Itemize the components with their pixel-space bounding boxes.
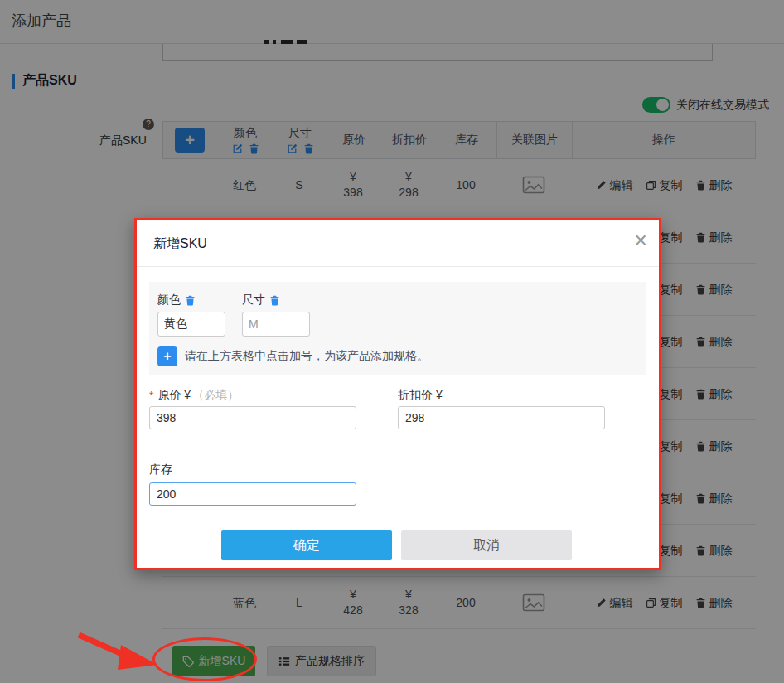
- required-mark: *: [149, 389, 153, 402]
- original-price-label: 原价 ¥: [157, 388, 191, 403]
- add-sku-modal: 新增SKU × 颜色 尺寸 + 请在上方表格中点击加号，为该产品添加规格: [134, 218, 661, 570]
- trash-icon[interactable]: [185, 295, 196, 306]
- trash-icon[interactable]: [269, 295, 280, 306]
- discount-price-label: 折扣价 ¥: [398, 388, 443, 403]
- cancel-button[interactable]: 取消: [401, 530, 572, 560]
- stock-label: 库存: [149, 463, 172, 477]
- spec-panel: 颜色 尺寸 + 请在上方表格中点击加号，为该产品添加规格。: [149, 282, 646, 375]
- spec-group-color: 颜色: [157, 292, 225, 337]
- spec-color-label: 颜色: [157, 293, 181, 308]
- close-icon[interactable]: ×: [634, 230, 647, 252]
- spec-hint-text: 请在上方表格中点击加号，为该产品添加规格。: [185, 349, 428, 364]
- stock-input[interactable]: [149, 482, 356, 506]
- original-price-field: * 原价 ¥ （必填）: [149, 387, 356, 429]
- page: 添加产品 产品SKU 关闭在线交易模式 ? 产品SKU + 颜色 尺寸: [0, 0, 784, 683]
- add-spec-hint-button[interactable]: +: [157, 346, 177, 366]
- spec-size-input[interactable]: [242, 312, 310, 337]
- spec-color-input[interactable]: [157, 312, 225, 337]
- modal-title: 新增SKU: [153, 235, 207, 253]
- discount-price-input[interactable]: [398, 406, 605, 429]
- required-note: （必填）: [192, 388, 239, 403]
- spec-size-label: 尺寸: [242, 293, 265, 308]
- spec-group-size: 尺寸: [242, 292, 310, 337]
- confirm-button[interactable]: 确定: [221, 530, 392, 560]
- original-price-input[interactable]: [149, 406, 356, 429]
- discount-price-field: 折扣价 ¥: [398, 387, 605, 429]
- modal-header: 新增SKU ×: [137, 220, 659, 267]
- stock-field: 库存: [149, 462, 356, 506]
- spec-hint-row: + 请在上方表格中点击加号，为该产品添加规格。: [157, 346, 428, 366]
